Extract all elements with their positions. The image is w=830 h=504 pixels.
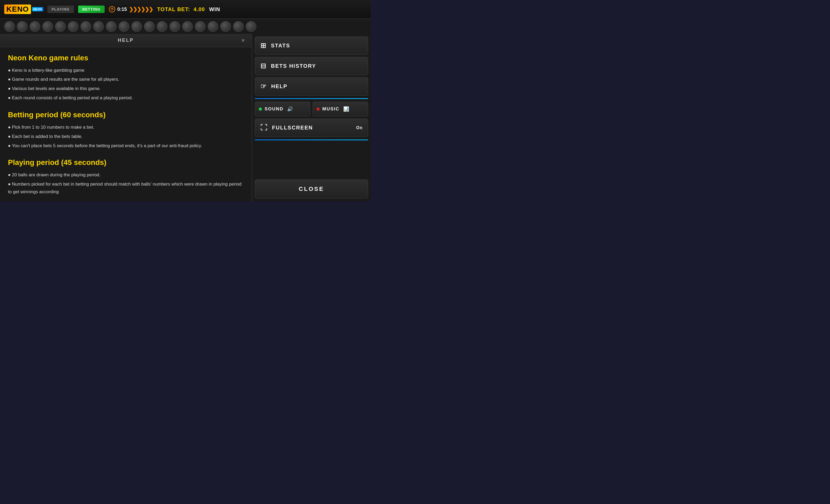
section-heading: Neon Keno game rules: [8, 54, 244, 63]
logo-neon-text: NEON: [32, 7, 43, 11]
help-close-button[interactable]: ×: [239, 36, 247, 45]
fullscreen-left: ⛶ FULLSCREEN: [260, 124, 313, 132]
ball-13: [157, 21, 167, 32]
top-bar: KENO NEON PLAYING BETTING ⏱ 0:15 ❯❯❯❯❯❯ …: [0, 0, 371, 19]
section-item: Pick from 1 to 10 numbers to make a bet.: [8, 124, 244, 131]
total-bet: TOTAL BET: 4.00: [157, 6, 205, 12]
section-body: Keno is a lottery-like gambling gameGame…: [8, 67, 244, 102]
ball-16: [195, 21, 205, 32]
logo-keno-text: KENO: [4, 4, 31, 14]
help-panel-title: HELP: [118, 38, 134, 43]
ball-8: [93, 21, 104, 32]
ball-1: [4, 21, 15, 32]
timer-value: 0:15: [117, 7, 127, 12]
ball-7: [81, 21, 91, 32]
help-button[interactable]: ☞ HELP: [255, 77, 368, 96]
total-bet-label: TOTAL BET:: [157, 6, 190, 12]
section-item: You can't place bets 5 seconds before th…: [8, 142, 244, 150]
help-label: HELP: [271, 83, 287, 90]
stats-button[interactable]: ⊞ STATS: [255, 37, 368, 55]
fullscreen-icon: ⛶: [260, 124, 268, 132]
close-button[interactable]: CLOSE: [255, 179, 368, 199]
section-item: Each round consists of a betting period …: [8, 94, 244, 102]
ball-4: [42, 21, 53, 32]
help-content[interactable]: Neon Keno game rulesKeno is a lottery-li…: [0, 47, 252, 201]
fullscreen-label: FULLSCREEN: [272, 125, 313, 131]
sound-music-row: SOUND 🔊 MUSIC 📊: [255, 102, 368, 116]
sound-label: SOUND: [264, 106, 283, 112]
fullscreen-status: On: [356, 126, 362, 130]
main-area: HELP × Neon Keno game rulesKeno is a lot…: [0, 34, 371, 201]
stats-icon: ⊞: [260, 41, 267, 50]
logo: KENO NEON: [4, 4, 43, 14]
fullscreen-button[interactable]: ⛶ FULLSCREEN On: [255, 119, 368, 137]
section-item: Various bet levels are available in this…: [8, 85, 244, 93]
right-panel: ⊞ STATS ⊟ BETS HISTORY ☞ HELP SOUND 🔊 MU…: [252, 34, 371, 201]
status-betting-badge[interactable]: BETTING: [78, 6, 105, 13]
timer-icon: ⏱: [109, 6, 115, 12]
timer-arrows: ❯❯❯❯❯❯: [129, 6, 153, 12]
ball-18: [220, 21, 231, 32]
stats-label: STATS: [271, 43, 290, 49]
ball-9: [106, 21, 117, 32]
ball-19: [233, 21, 244, 32]
divider-top: [255, 98, 368, 99]
help-panel: HELP × Neon Keno game rulesKeno is a lot…: [0, 34, 252, 201]
sound-button[interactable]: SOUND 🔊: [255, 102, 310, 116]
sound-volume-icon: 🔊: [287, 106, 293, 112]
ball-3: [30, 21, 40, 32]
timer-block: ⏱ 0:15 ❯❯❯❯❯❯: [109, 6, 153, 12]
ball-15: [182, 21, 193, 32]
ball-17: [208, 21, 218, 32]
section-item: Numbers picked for each bet in betting p…: [8, 180, 244, 196]
bets-history-icon: ⊟: [260, 62, 267, 70]
ball-6: [68, 21, 78, 32]
ball-5: [55, 21, 66, 32]
music-button[interactable]: MUSIC 📊: [313, 102, 368, 116]
total-bet-value: 4.00: [194, 6, 205, 12]
bets-history-button[interactable]: ⊟ BETS HISTORY: [255, 57, 368, 75]
help-icon: ☞: [260, 82, 267, 91]
ball-20: [246, 21, 256, 32]
status-playing-badge: PLAYING: [47, 6, 74, 13]
music-label: MUSIC: [322, 106, 340, 112]
section-body: 20 balls are drawn during the playing pe…: [8, 171, 244, 196]
music-status-dot: [317, 107, 320, 111]
balls-row: [0, 19, 371, 34]
ball-10: [119, 21, 129, 32]
bets-history-label: BETS HISTORY: [271, 63, 316, 69]
section-body: Pick from 1 to 10 numbers to make a bet.…: [8, 124, 244, 150]
section-item: Game rounds and results are the same for…: [8, 76, 244, 83]
win-label: WIN: [209, 6, 220, 12]
section-item: 20 balls are drawn during the playing pe…: [8, 171, 244, 179]
music-bars-icon: 📊: [343, 106, 350, 112]
section-heading: Playing period (45 seconds): [8, 158, 244, 167]
divider-bottom: [255, 139, 368, 140]
ball-14: [169, 21, 180, 32]
ball-11: [131, 21, 142, 32]
help-header: HELP ×: [0, 34, 252, 47]
section-item: Each bet is added to the bets table.: [8, 133, 244, 140]
section-item: Keno is a lottery-like gambling game: [8, 67, 244, 74]
ball-2: [17, 21, 28, 32]
ball-12: [144, 21, 155, 32]
section-heading: Betting period (60 seconds): [8, 110, 244, 120]
sound-status-dot: [259, 107, 262, 111]
